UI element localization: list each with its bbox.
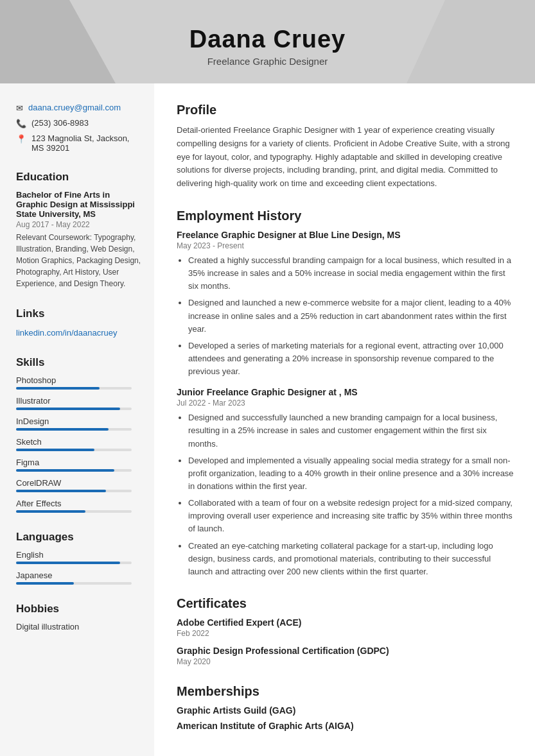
candidate-title: Freelance Graphic Designer — [13, 56, 522, 67]
skill-item: InDesign — [16, 417, 141, 431]
membership-item: Graphic Artists Guild (GAG) — [177, 705, 516, 716]
cert-name: Adobe Certified Expert (ACE) — [177, 617, 516, 628]
education-section: Education Bachelor of Fine Arts in Graph… — [16, 171, 141, 289]
skill-item: Sketch — [16, 437, 141, 451]
job-bullet: Developed and implemented a visually app… — [188, 454, 516, 493]
main-content: Profile Detail-oriented Freelance Graphi… — [154, 83, 535, 756]
language-item: Japanese — [16, 571, 141, 585]
skill-bar-fill — [16, 449, 94, 451]
languages-list: English Japanese — [16, 550, 141, 585]
lang-bar-bg — [16, 582, 132, 585]
skill-name: Illustrator — [16, 396, 141, 406]
skill-item: Illustrator — [16, 396, 141, 410]
employment-section: Employment History Freelance Graphic Des… — [177, 209, 516, 578]
hobby-item: Digital illustration — [16, 622, 141, 631]
cert-date: Feb 2022 — [177, 629, 516, 638]
header: Daana Cruey Freelance Graphic Designer — [0, 0, 535, 83]
hobbies-section: Hobbies Digital illustration — [16, 603, 141, 631]
contact-email: ✉ daana.cruey@gmail.com — [16, 103, 141, 113]
skill-name: After Effects — [16, 499, 141, 508]
skill-bar-bg — [16, 387, 132, 390]
contact-phone: 📞 (253) 306-8983 — [16, 118, 141, 128]
phone-number: (253) 306-8983 — [31, 118, 89, 128]
contact-address: 📍 123 Magnolia St, Jackson, MS 39201 — [16, 133, 141, 153]
cert-entry: Adobe Certified Expert (ACE) Feb 2022 — [177, 617, 516, 638]
skill-bar-bg — [16, 490, 132, 492]
candidate-name: Daana Cruey — [13, 26, 522, 53]
skills-section-title: Skills — [16, 356, 141, 369]
body-wrap: ✉ daana.cruey@gmail.com 📞 (253) 306-8983… — [0, 83, 535, 756]
job-entry: Junior Freelance Graphic Designer at , M… — [177, 387, 516, 578]
links-section-title: Links — [16, 307, 141, 320]
membership-item: American Institute of Graphic Arts (AIGA… — [177, 721, 516, 731]
skill-name: InDesign — [16, 417, 141, 426]
memberships-section: Memberships Graphic Artists Guild (GAG)A… — [177, 684, 516, 731]
language-name: English — [16, 550, 141, 560]
cert-entry: Graphic Design Professional Certificatio… — [177, 646, 516, 666]
skill-bar-bg — [16, 428, 132, 431]
skills-list: Photoshop Illustrator InDesign Sketch Fi… — [16, 375, 141, 513]
skill-item: CorelDRAW — [16, 478, 141, 492]
job-bullet: Created a highly successful branding cam… — [188, 254, 516, 293]
job-title: Freelance Graphic Designer at Blue Line … — [177, 230, 516, 240]
skill-bar-fill — [16, 490, 106, 492]
memberships-list: Graphic Artists Guild (GAG)American Inst… — [177, 705, 516, 731]
skill-name: CorelDRAW — [16, 478, 141, 488]
skill-name: Photoshop — [16, 375, 141, 385]
languages-section: Languages English Japanese — [16, 531, 141, 585]
skill-bar-fill — [16, 408, 120, 410]
job-bullet: Created an eye-catching marketing collat… — [188, 540, 516, 578]
profile-section: Profile Detail-oriented Freelance Graphi… — [177, 103, 516, 191]
job-bullets: Designed and successfully launched a new… — [177, 411, 516, 578]
memberships-section-title: Memberships — [177, 684, 516, 699]
skill-bar-bg — [16, 449, 132, 451]
hobbies-section-title: Hobbies — [16, 603, 141, 615]
links-section: Links linkedin.com/in/daanacruey — [16, 307, 141, 338]
skill-name: Figma — [16, 458, 141, 467]
skill-item: Photoshop — [16, 375, 141, 390]
skill-name: Sketch — [16, 437, 141, 447]
job-entry: Freelance Graphic Designer at Blue Line … — [177, 230, 516, 378]
cert-name: Graphic Design Professional Certificatio… — [177, 646, 516, 656]
skill-bar-fill — [16, 469, 114, 472]
skill-bar-bg — [16, 408, 132, 410]
job-bullets: Created a highly successful branding cam… — [177, 254, 516, 378]
skill-bar-fill — [16, 387, 100, 390]
location-icon: 📍 — [16, 134, 26, 144]
email-link[interactable]: daana.cruey@gmail.com — [28, 103, 121, 112]
edu-coursework: Relevant Coursework: Typography, Illustr… — [16, 232, 141, 289]
phone-icon: 📞 — [16, 119, 26, 128]
job-bullet: Collaborated with a team of four on a we… — [188, 497, 516, 535]
job-date: May 2023 - Present — [177, 241, 516, 250]
resume-page: Daana Cruey Freelance Graphic Designer ✉… — [0, 0, 535, 756]
job-title: Junior Freelance Graphic Designer at , M… — [177, 387, 516, 397]
skill-bar-fill — [16, 428, 109, 431]
job-bullet: Designed and successfully launched a new… — [188, 411, 516, 450]
header-content: Daana Cruey Freelance Graphic Designer — [13, 26, 522, 67]
linkedin-link[interactable]: linkedin.com/in/daanacruey — [16, 328, 118, 338]
sidebar: ✉ daana.cruey@gmail.com 📞 (253) 306-8983… — [0, 83, 154, 756]
job-bullet: Designed and launched a new e-commerce w… — [188, 296, 516, 335]
language-name: Japanese — [16, 571, 141, 580]
employment-section-title: Employment History — [177, 209, 516, 223]
certificates-section-title: Certificates — [177, 596, 516, 611]
lang-bar-bg — [16, 562, 132, 564]
profile-section-title: Profile — [177, 103, 516, 117]
certificates-section: Certificates Adobe Certified Expert (ACE… — [177, 596, 516, 666]
edu-dates: Aug 2017 - May 2022 — [16, 220, 141, 229]
skill-bar-bg — [16, 510, 132, 513]
education-section-title: Education — [16, 171, 141, 184]
certs-list: Adobe Certified Expert (ACE) Feb 2022 Gr… — [177, 617, 516, 666]
languages-section-title: Languages — [16, 531, 141, 544]
hobbies-list: Digital illustration — [16, 622, 141, 631]
lang-bar-fill — [16, 562, 120, 564]
edu-degree: Bachelor of Fine Arts in Graphic Design … — [16, 190, 141, 219]
email-icon: ✉ — [16, 103, 23, 113]
skill-item: Figma — [16, 458, 141, 472]
cert-date: May 2020 — [177, 657, 516, 666]
profile-text: Detail-oriented Freelance Graphic Design… — [177, 124, 516, 191]
skill-bar-bg — [16, 469, 132, 472]
skills-section: Skills Photoshop Illustrator InDesign Sk… — [16, 356, 141, 513]
jobs-list: Freelance Graphic Designer at Blue Line … — [177, 230, 516, 578]
job-date: Jul 2022 - Mar 2023 — [177, 399, 516, 408]
